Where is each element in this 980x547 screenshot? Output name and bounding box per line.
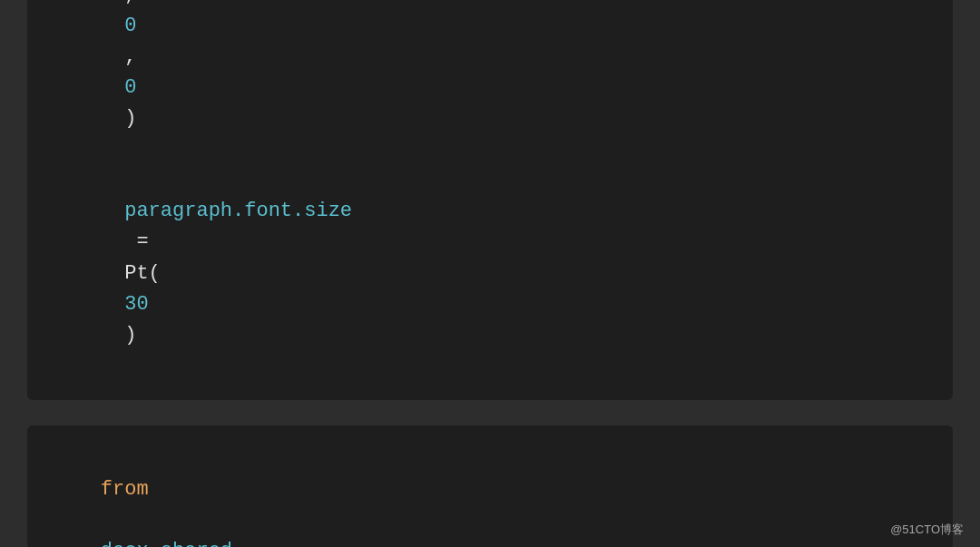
close-paren-1: ) [124, 107, 136, 130]
keyword-from-3: from [101, 478, 149, 501]
number-0-2: 0 [124, 76, 136, 99]
watermark: @51CTO博客 [890, 522, 964, 538]
code-line-1-3: paragraph.font.color.rgb = RGBColor( 255… [53, 0, 927, 165]
code-block-2: from docx.shared import RGBColor, Pt run… [27, 425, 953, 547]
number-30-1: 30 [124, 293, 148, 316]
code-paragraph-size: paragraph.font.size [124, 200, 352, 222]
number-0-1: 0 [124, 15, 136, 37]
code-block-1: from pptx.dml.color import RGBColor from… [27, 0, 953, 400]
code-line-1-4: paragraph.font.size = Pt( 30 ) [53, 165, 927, 382]
classname-pt-call-1: Pt( [124, 262, 161, 285]
close-paren-2: ) [124, 324, 136, 347]
code-line-2-1: from docx.shared import RGBColor, Pt [53, 444, 927, 547]
highlighted-lines-1: paragraph.font.color.rgb = RGBColor( 255… [53, 0, 927, 382]
module-docx-shared: docx.shared [101, 540, 232, 547]
